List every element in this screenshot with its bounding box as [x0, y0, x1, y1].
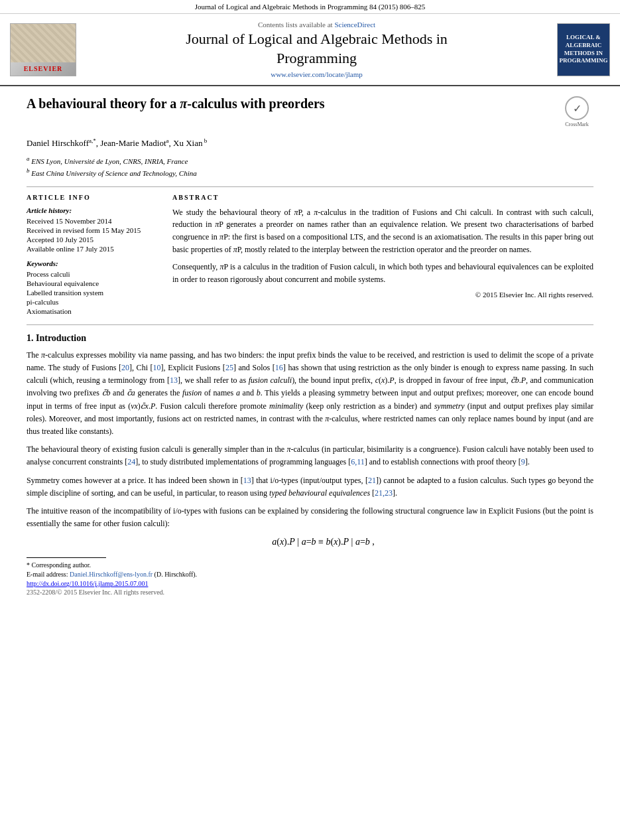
email-label: E-mail address: — [27, 571, 68, 578]
doi-line: http://dx.doi.org/10.1016/j.jlamp.2015.0… — [27, 580, 593, 587]
intro-paragraph-1: The π-calculus expresses mobility via na… — [27, 349, 593, 438]
received-date: Received 15 November 2014 — [27, 217, 159, 225]
intro-paragraph-2: The behavioural theory of existing fusio… — [27, 443, 593, 468]
copyright: © 2015 Elsevier Inc. All rights reserved… — [172, 291, 593, 299]
corresponding-author: * Corresponding author. — [27, 561, 593, 569]
intro-heading: 1. Introduction — [27, 333, 593, 344]
email-link[interactable]: Daniel.Hirschkoff@ens-lyon.fr — [70, 571, 153, 578]
intro-paragraph-3: Symmetry comes however at a price. It ha… — [27, 474, 593, 500]
article-title-section: A behavioural theory for a π-calculus wi… — [27, 96, 593, 131]
accepted-date: Accepted 10 July 2015 — [27, 236, 159, 244]
abstract-section: ABSTRACT We study the behavioural theory… — [172, 194, 593, 316]
keyword-2: Behavioural equivalence — [27, 279, 159, 287]
journal-header: ELSEVIER Contents lists available at Sci… — [0, 14, 620, 86]
abstract-text: We study the behavioural theory of πP, a… — [172, 206, 593, 286]
keyword-4: pi-calculus — [27, 298, 159, 306]
email-footnote: E-mail address: Daniel.Hirschkoff@ens-ly… — [27, 571, 593, 578]
crossmark-label: CrossMark — [565, 121, 589, 127]
keyword-5: Axiomatisation — [27, 307, 159, 315]
article-info-label: ARTICLE INFO — [27, 194, 159, 201]
crossmark-icon: ✓ — [565, 96, 589, 120]
email-attribution: (D. Hirschkoff). — [155, 571, 198, 578]
banner-text: Journal of Logical and Algebraic Methods… — [195, 3, 426, 11]
footnote-divider — [27, 557, 106, 558]
article-info: ARTICLE INFO Article history: Received 1… — [27, 194, 159, 316]
affiliation-a: a ENS Lyon, Université de Lyon, CNRS, IN… — [27, 155, 593, 167]
journal-url-link[interactable]: www.elsevier.com/locate/jlamp — [271, 70, 363, 78]
journal-header-center: Contents lists available at ScienceDirec… — [83, 21, 550, 78]
intro-paragraph-4: The intuitive reason of the incompatibil… — [27, 505, 593, 530]
contents-available: Contents lists available at ScienceDirec… — [83, 21, 550, 29]
article-content: A behavioural theory for a π-calculus wi… — [0, 86, 620, 606]
revised-date: Received in revised form 15 May 2015 — [27, 226, 159, 234]
elsevier-text: ELSEVIER — [24, 65, 63, 72]
authors-line: Daniel Hirschkoffa,*, Jean-Marie Madiota… — [27, 137, 593, 149]
article-title: A behavioural theory for a π-calculus wi… — [27, 96, 560, 111]
science-direct-link[interactable]: ScienceDirect — [334, 21, 375, 29]
article-info-abstract: ARTICLE INFO Article history: Received 1… — [27, 194, 593, 316]
abstract-paragraph-1: We study the behavioural theory of πP, a… — [172, 206, 593, 255]
top-banner: Journal of Logical and Algebraic Methods… — [0, 0, 620, 14]
logo-right-text: LOGICAL &ALGEBRAICMETHODS INPROGRAMMING — [560, 34, 608, 65]
crossmark-badge[interactable]: ✓ CrossMark — [560, 96, 593, 127]
online-date: Available online 17 July 2015 — [27, 245, 159, 253]
abstract-paragraph-2: Consequently, πP is a calculus in the tr… — [172, 261, 593, 285]
elsevier-logo-left: ELSEVIER — [10, 23, 76, 76]
journal-logo-right: LOGICAL &ALGEBRAICMETHODS INPROGRAMMING — [557, 23, 610, 76]
divider-2 — [27, 324, 593, 325]
formula-block: a(x).P | a=b ≡ b(x).P | a=b , — [53, 537, 593, 547]
history-label: Article history: — [27, 206, 159, 214]
doi-link[interactable]: http://dx.doi.org/10.1016/j.jlamp.2015.0… — [27, 580, 148, 587]
keyword-1: Process calculi — [27, 270, 159, 278]
abstract-label: ABSTRACT — [172, 194, 593, 201]
affiliation-b: b East China University of Science and T… — [27, 167, 593, 178]
journal-url: www.elsevier.com/locate/jlamp — [83, 70, 550, 78]
issn-line: 2352-2208/© 2015 Elsevier Inc. All right… — [27, 589, 593, 596]
divider-1 — [27, 186, 593, 187]
keywords-label: Keywords: — [27, 259, 159, 267]
keyword-3: Labelled transition system — [27, 289, 159, 297]
affiliations: a ENS Lyon, Université de Lyon, CNRS, IN… — [27, 155, 593, 178]
journal-title: Journal of Logical and Algebraic Methods… — [83, 30, 550, 68]
